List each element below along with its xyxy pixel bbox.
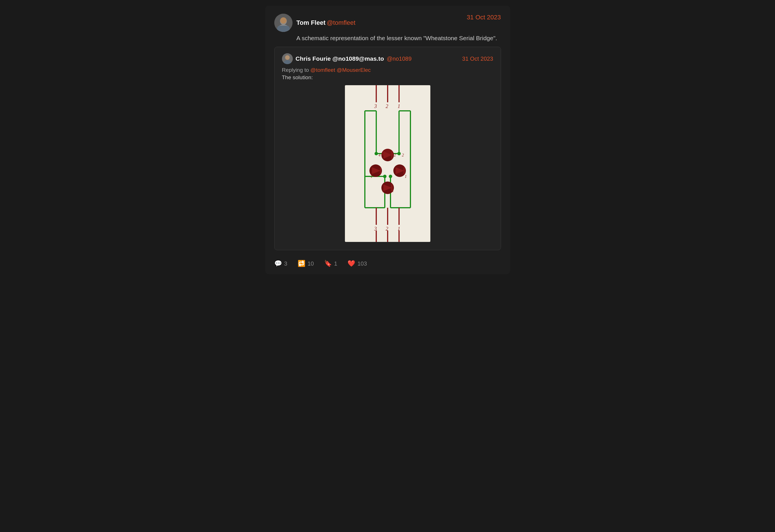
bookmark-action[interactable]: 🔖 1 bbox=[324, 260, 337, 267]
tweet-author: Tom Fleet @tomfleet bbox=[274, 14, 355, 32]
mention-mouserelec[interactable]: @MouserElec bbox=[337, 67, 371, 73]
svg-text:2: 2 bbox=[402, 153, 404, 157]
bookmark-icon: 🔖 bbox=[324, 260, 332, 267]
quoted-replying: Replying to @tomfleet @MouserElec bbox=[282, 67, 493, 73]
quoted-header: Chris Fourie @no1089@mas.to @no1089 31 O… bbox=[282, 53, 493, 64]
svg-text:3: 3 bbox=[374, 103, 377, 109]
svg-text:1: 1 bbox=[392, 189, 394, 193]
retweet-icon: 🔁 bbox=[298, 260, 305, 267]
svg-point-61 bbox=[389, 175, 392, 178]
like-count: 103 bbox=[357, 260, 367, 267]
svg-point-6 bbox=[285, 55, 290, 60]
bookmark-count: 1 bbox=[334, 260, 337, 267]
svg-text:1: 1 bbox=[398, 103, 400, 109]
author-handle[interactable]: @tomfleet bbox=[327, 19, 355, 26]
quoted-avatar bbox=[282, 53, 293, 64]
svg-text:2: 2 bbox=[394, 153, 396, 157]
svg-point-59 bbox=[397, 152, 401, 155]
tweet-date: 31 Oct 2023 bbox=[467, 14, 501, 21]
tweet-header: Tom Fleet @tomfleet 31 Oct 2023 bbox=[274, 14, 501, 32]
retweet-action[interactable]: 🔁 10 bbox=[298, 260, 314, 267]
svg-point-3 bbox=[280, 17, 286, 24]
quoted-author-name: Chris Fourie @no1089@mas.to bbox=[296, 55, 384, 62]
quoted-tweet: Chris Fourie @no1089@mas.to @no1089 31 O… bbox=[274, 47, 501, 250]
schematic-container: 3 2 1 bbox=[282, 85, 493, 242]
svg-point-58 bbox=[374, 152, 378, 155]
quoted-author: Chris Fourie @no1089@mas.to @no1089 bbox=[282, 53, 412, 64]
svg-text:1: 1 bbox=[405, 174, 407, 179]
mention-tomfleet[interactable]: @tomfleet bbox=[310, 67, 335, 73]
schematic-image: 3 2 1 bbox=[345, 85, 431, 242]
svg-rect-4 bbox=[277, 26, 290, 32]
comments-action[interactable]: 💬 3 bbox=[274, 260, 287, 267]
retweet-count: 10 bbox=[307, 260, 314, 267]
quoted-author-handle[interactable]: @no1089 bbox=[387, 56, 412, 62]
quoted-date: 31 Oct 2023 bbox=[462, 56, 493, 62]
tweet-actions: 💬 3 🔁 10 🔖 1 ❤️ 103 bbox=[274, 256, 501, 267]
comment-icon: 💬 bbox=[274, 260, 282, 267]
avatar bbox=[274, 14, 292, 32]
replying-label: Replying to bbox=[282, 67, 309, 73]
comment-count: 3 bbox=[284, 260, 287, 267]
svg-text:2: 2 bbox=[382, 189, 384, 193]
svg-point-60 bbox=[383, 175, 386, 178]
schematic-svg: 3 2 1 bbox=[345, 85, 431, 242]
tweet-card: Tom Fleet @tomfleet 31 Oct 2023 A schema… bbox=[265, 6, 510, 274]
svg-text:2: 2 bbox=[385, 103, 388, 109]
tweet-body: A schematic representation of the lesser… bbox=[296, 35, 501, 42]
quoted-text: The solution: bbox=[282, 74, 493, 81]
author-info: Tom Fleet @tomfleet bbox=[296, 19, 355, 26]
author-name: Tom Fleet bbox=[296, 19, 325, 26]
svg-text:1: 1 bbox=[370, 174, 372, 179]
svg-text:4: 4 bbox=[378, 153, 380, 157]
heart-icon: ❤️ bbox=[347, 260, 355, 267]
like-action[interactable]: ❤️ 103 bbox=[347, 260, 367, 267]
